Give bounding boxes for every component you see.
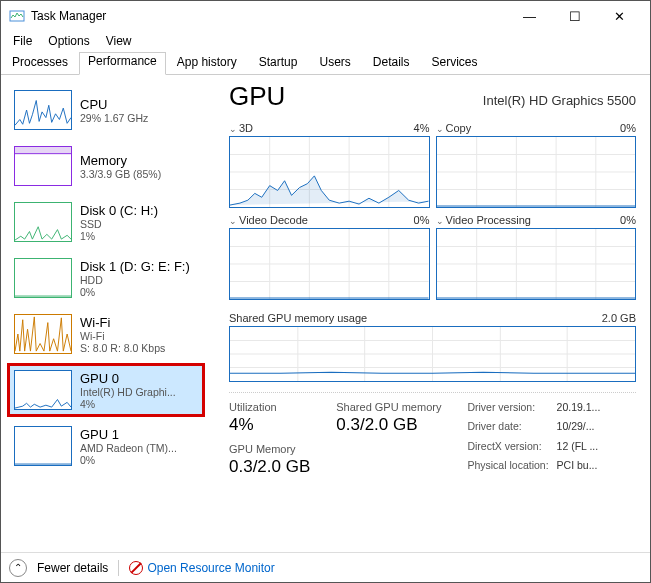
open-resource-monitor-link[interactable]: Open Resource Monitor <box>129 561 274 575</box>
sidebar: CPU29% 1.67 GHz Memory3.3/3.9 GB (85%) D… <box>1 75 211 550</box>
tabbar: Processes Performance App history Startu… <box>1 51 650 75</box>
gpu-name: Intel(R) HD Graphics 5500 <box>483 93 636 108</box>
tab-users[interactable]: Users <box>308 51 361 74</box>
chevron-down-icon: ⌄ <box>436 124 444 134</box>
sidebar-item-disk1[interactable]: Disk 1 (D: G: E: F:)HDD0% <box>9 253 203 303</box>
tab-services[interactable]: Services <box>421 51 489 74</box>
window-title: Task Manager <box>31 9 507 23</box>
sidebar-item-label: Memory <box>80 153 161 168</box>
sidebar-item-memory[interactable]: Memory3.3/3.9 GB (85%) <box>9 141 203 191</box>
page-title: GPU <box>229 81 285 112</box>
menu-file[interactable]: File <box>5 32 40 50</box>
tab-startup[interactable]: Startup <box>248 51 309 74</box>
sidebar-item-label: CPU <box>80 97 148 112</box>
sidebar-item-cpu[interactable]: CPU29% 1.67 GHz <box>9 85 203 135</box>
main-panel: GPU Intel(R) HD Graphics 5500 ⌄3D4% ⌄Cop… <box>211 75 650 550</box>
tab-processes[interactable]: Processes <box>1 51 79 74</box>
sidebar-item-label: GPU 1 <box>80 427 177 442</box>
menu-options[interactable]: Options <box>40 32 97 50</box>
chevron-down-icon: ⌄ <box>229 124 237 134</box>
stat-util-value: 4% <box>229 415 310 435</box>
sidebar-item-gpu0[interactable]: GPU 0Intel(R) HD Graphi...4% <box>9 365 203 415</box>
chart-shared-memory[interactable]: Shared GPU memory usage2.0 GB <box>229 312 636 382</box>
minimize-button[interactable]: — <box>507 2 552 30</box>
stat-shared-value: 0.3/2.0 GB <box>336 415 441 435</box>
sidebar-item-gpu1[interactable]: GPU 1AMD Radeon (TM)...0% <box>9 421 203 471</box>
sidebar-item-disk0[interactable]: Disk 0 (C: H:)SSD1% <box>9 197 203 247</box>
maximize-button[interactable]: ☐ <box>552 2 597 30</box>
chart-copy[interactable]: ⌄Copy0% <box>436 122 637 208</box>
menu-view[interactable]: View <box>98 32 140 50</box>
footer: ⌃ Fewer details Open Resource Monitor <box>1 552 650 582</box>
fewer-details-link[interactable]: Fewer details <box>37 561 108 575</box>
driver-info: Driver version:20.19.1... Driver date:10… <box>467 401 600 477</box>
tab-apphistory[interactable]: App history <box>166 51 248 74</box>
chart-video-processing[interactable]: ⌄Video Processing0% <box>436 214 637 300</box>
menubar: File Options View <box>1 31 650 51</box>
chevron-down-icon: ⌄ <box>229 216 237 226</box>
sidebar-item-label: GPU 0 <box>80 371 176 386</box>
app-icon <box>9 8 25 24</box>
close-button[interactable]: ✕ <box>597 2 642 30</box>
tab-details[interactable]: Details <box>362 51 421 74</box>
collapse-icon[interactable]: ⌃ <box>9 559 27 577</box>
chevron-down-icon: ⌄ <box>436 216 444 226</box>
sidebar-item-label: Disk 1 (D: G: E: F:) <box>80 259 190 274</box>
tab-performance[interactable]: Performance <box>79 52 166 75</box>
stat-mem-value: 0.3/2.0 GB <box>229 457 310 477</box>
resource-monitor-icon <box>129 561 143 575</box>
stats-row: Utilization 4% GPU Memory 0.3/2.0 GB Sha… <box>229 392 636 477</box>
chart-video-decode[interactable]: ⌄Video Decode0% <box>229 214 430 300</box>
stat-mem-label: GPU Memory <box>229 443 310 455</box>
sidebar-item-wifi[interactable]: Wi-FiWi-FiS: 8.0 R: 8.0 Kbps <box>9 309 203 359</box>
sidebar-item-label: Disk 0 (C: H:) <box>80 203 158 218</box>
stat-util-label: Utilization <box>229 401 310 413</box>
stat-shared-label: Shared GPU memory <box>336 401 441 413</box>
chart-3d[interactable]: ⌄3D4% <box>229 122 430 208</box>
svg-rect-1 <box>15 147 71 154</box>
sidebar-item-label: Wi-Fi <box>80 315 165 330</box>
titlebar: Task Manager — ☐ ✕ <box>1 1 650 31</box>
